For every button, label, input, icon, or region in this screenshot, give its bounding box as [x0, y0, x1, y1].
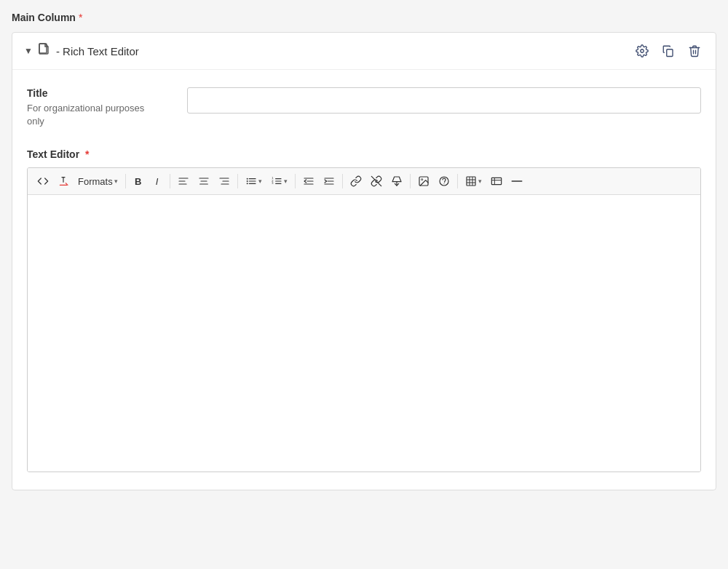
svg-point-17 — [246, 183, 248, 185]
bullet-list-dropdown[interactable]: ▾ — [242, 173, 266, 189]
widget-title: - Rich Text Editor — [56, 45, 139, 57]
image-button[interactable] — [414, 172, 433, 190]
main-column-label: Main Column — [12, 12, 76, 23]
link-button[interactable] — [347, 172, 365, 190]
title-input-col — [187, 87, 701, 114]
special-chars-button[interactable] — [435, 172, 454, 190]
align-left-button[interactable] — [174, 172, 193, 190]
svg-point-38 — [443, 183, 444, 184]
unlink-button[interactable] — [367, 172, 386, 190]
separator-3 — [237, 174, 238, 188]
title-input[interactable] — [187, 87, 701, 114]
main-column-header: Main Column * — [12, 12, 716, 23]
editor-toolbar: Formats ▾ B I — [28, 168, 700, 195]
source-code-button[interactable] — [33, 172, 52, 190]
align-right-button[interactable] — [215, 172, 234, 190]
text-editor-label: Text Editor * — [27, 148, 701, 160]
settings-button[interactable] — [633, 43, 652, 59]
separator-6 — [410, 174, 411, 188]
table-dropdown-arrow: ▾ — [478, 178, 482, 185]
svg-rect-1 — [667, 49, 673, 57]
collapse-arrow-icon[interactable]: ▼ — [24, 46, 33, 56]
editor-container: Formats ▾ B I — [27, 167, 701, 472]
text-editor-required-star: * — [85, 148, 89, 160]
separator-4 — [295, 174, 296, 188]
text-editor-section: Text Editor * — [27, 148, 701, 472]
main-column-required-star: * — [79, 12, 82, 23]
page-container: Main Column * ▼ - Rich Text Editor — [0, 0, 728, 569]
widget-card: ▼ - Rich Text Editor — [12, 32, 716, 490]
widget-header-actions — [633, 43, 704, 59]
media-button[interactable] — [487, 172, 506, 190]
title-label: Title — [27, 87, 187, 99]
ordered-list-dropdown[interactable]: 1 2 3 ▾ — [267, 173, 291, 189]
hr-button[interactable] — [507, 172, 526, 190]
svg-point-15 — [246, 178, 248, 180]
clear-format-button[interactable] — [54, 172, 73, 190]
separator-1 — [125, 174, 126, 188]
table-dropdown[interactable]: ▾ — [462, 173, 486, 189]
copy-button[interactable] — [659, 43, 678, 59]
document-icon — [39, 43, 50, 59]
svg-rect-44 — [491, 178, 501, 185]
indent-decrease-button[interactable] — [299, 172, 318, 190]
delete-button[interactable] — [685, 43, 704, 59]
editor-content-area[interactable] — [28, 195, 700, 471]
formats-dropdown-arrow: ▾ — [114, 178, 118, 185]
separator-5 — [342, 174, 343, 188]
indent-increase-button[interactable] — [320, 172, 339, 190]
svg-text:3: 3 — [272, 181, 274, 185]
italic-button[interactable]: I — [149, 172, 166, 190]
title-hint: For organizational purposes only — [27, 102, 187, 128]
ordered-list-arrow: ▾ — [284, 178, 288, 185]
svg-point-16 — [246, 180, 248, 182]
svg-rect-39 — [467, 177, 475, 186]
separator-7 — [457, 174, 458, 188]
bold-button[interactable]: B — [130, 172, 147, 190]
widget-header: ▼ - Rich Text Editor — [12, 33, 716, 70]
bullet-list-arrow: ▾ — [258, 178, 262, 185]
widget-body: Title For organizational purposes only T… — [12, 70, 716, 490]
widget-header-left: ▼ - Rich Text Editor — [24, 43, 139, 59]
svg-point-36 — [421, 179, 422, 180]
align-center-button[interactable] — [194, 172, 213, 190]
formats-dropdown[interactable]: Formats ▾ — [74, 174, 122, 189]
anchor-button[interactable] — [387, 172, 406, 190]
title-field-row: Title For organizational purposes only — [27, 87, 701, 128]
title-label-col: Title For organizational purposes only — [27, 87, 187, 128]
separator-2 — [170, 174, 170, 188]
